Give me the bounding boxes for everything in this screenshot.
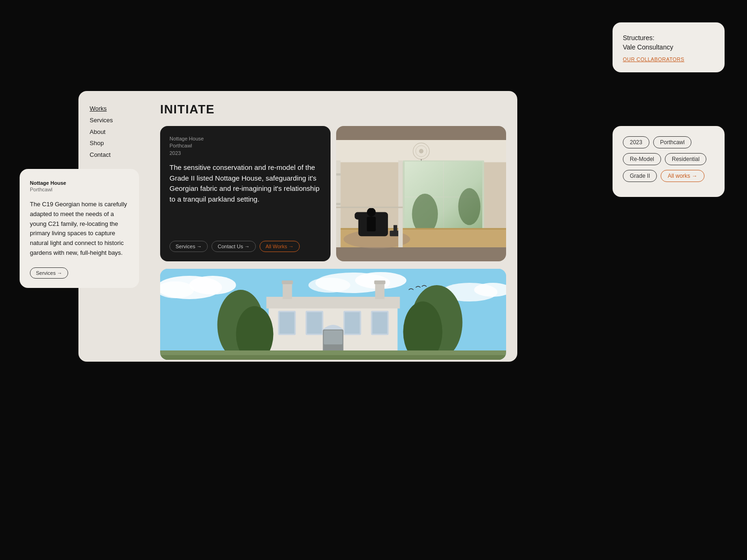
svg-point-32 (190, 276, 236, 294)
floating-card-location: Porthcawl (30, 187, 129, 192)
svg-rect-41 (283, 283, 292, 299)
nav-works[interactable]: Works (90, 104, 149, 114)
exterior-scene-svg (160, 269, 506, 360)
content-grid: Nottage House Porthcawl 2023 The sensiti… (160, 126, 506, 360)
svg-rect-29 (336, 207, 403, 208)
tags-row-1: 2023 Porthcawl (623, 136, 714, 148)
services-button[interactable]: Services → (169, 241, 208, 252)
svg-point-15 (458, 188, 480, 225)
all-works-button[interactable]: All Works → (260, 241, 300, 252)
tag-type[interactable]: Re-Model (623, 153, 661, 165)
project-meta: Nottage House Porthcawl 2023 (169, 135, 321, 157)
floating-services-button[interactable]: Services → (30, 267, 68, 279)
project-location: Porthcawl (169, 143, 192, 148)
svg-point-4 (419, 149, 423, 154)
main-content: INITIATE Nottage House Porthcawl 2023 Th… (160, 91, 517, 362)
svg-rect-52 (373, 312, 388, 334)
tags-card: 2023 Porthcawl Re-Model Residential Grad… (613, 126, 725, 197)
svg-rect-26 (336, 173, 341, 175)
tag-location[interactable]: Porthcawl (653, 136, 692, 148)
collaborator-line1: Structures: (623, 34, 655, 42)
svg-rect-46 (280, 312, 295, 334)
all-works-tags-button[interactable]: All works → (661, 170, 704, 182)
svg-point-36 (309, 278, 351, 293)
svg-point-21 (366, 208, 375, 217)
floating-card-left: Nottage House Porthcawl The C19 Georgian… (20, 169, 139, 288)
svg-rect-48 (307, 312, 322, 334)
svg-rect-28 (398, 161, 403, 247)
project-year: 2023 (169, 150, 181, 156)
nav-services[interactable]: Services (90, 116, 149, 126)
svg-rect-42 (375, 283, 385, 299)
project-description: The sensitive conservation and re-model … (169, 162, 321, 204)
tag-listing[interactable]: Grade II (623, 170, 657, 182)
collaborator-title: Structures: Vale Consultancy (623, 34, 714, 52)
svg-rect-27 (336, 203, 341, 205)
card-buttons: Services → Contact Us → All Works → (169, 241, 321, 252)
collaborator-line2: Vale Consultancy (623, 43, 673, 51)
floating-card-description: The C19 Georgian home is carefully adapt… (30, 200, 129, 258)
tag-category[interactable]: Residential (665, 153, 706, 165)
svg-rect-22 (366, 217, 375, 231)
tags-row-2: Re-Model Residential (623, 153, 714, 165)
nav-about[interactable]: About (90, 127, 149, 137)
svg-rect-43 (282, 280, 293, 284)
floating-card-right-top: Structures: Vale Consultancy OUR COLLABO… (613, 22, 725, 72)
room-scene-svg (336, 126, 507, 261)
floating-card-project-name: Nottage House (30, 180, 129, 186)
project-name: Nottage House (169, 136, 204, 141)
page-title: INITIATE (160, 102, 506, 117)
contact-us-button[interactable]: Contact Us → (211, 241, 255, 252)
collaborators-link[interactable]: OUR COLLABORATORS (623, 56, 714, 62)
svg-rect-54 (324, 330, 343, 344)
main-window: Works Services About Shop Contact Cart (… (78, 91, 517, 362)
project-card-dark: Nottage House Porthcawl 2023 The sensiti… (160, 126, 331, 261)
tag-year[interactable]: 2023 (623, 136, 649, 148)
tags-row-3: Grade II All works → (623, 170, 714, 182)
nav-shop[interactable]: Shop (90, 139, 149, 148)
svg-rect-44 (374, 280, 386, 284)
svg-rect-64 (160, 355, 506, 360)
project-image-exterior (160, 269, 506, 360)
project-image-interior (336, 126, 507, 261)
svg-rect-50 (345, 312, 360, 334)
all-works-tags-label: All works → (668, 173, 697, 179)
nav-contact[interactable]: Contact (90, 150, 149, 160)
svg-rect-24 (393, 225, 397, 231)
